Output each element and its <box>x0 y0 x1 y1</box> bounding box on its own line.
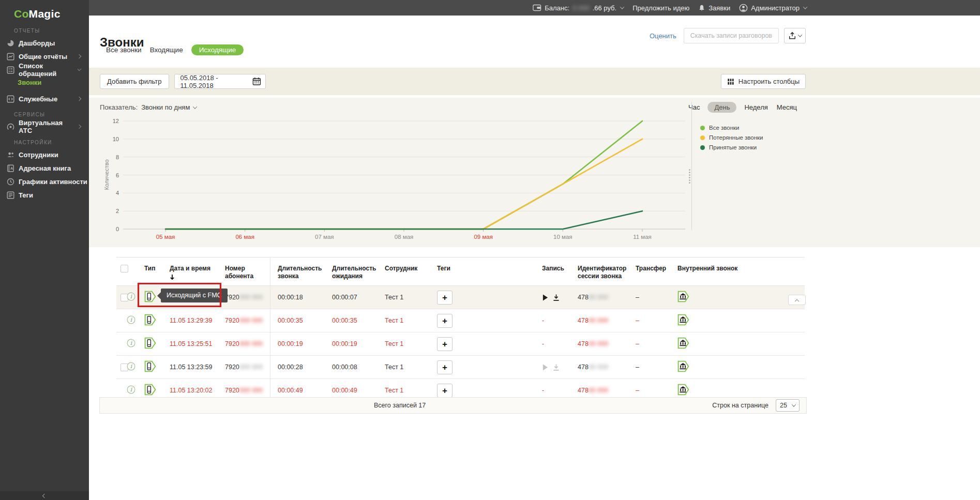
tab-item[interactable]: Все звонки <box>106 46 142 54</box>
table-header-cell[interactable]: Тип <box>141 257 165 285</box>
virtual-pbx-icon <box>7 123 14 131</box>
add-tag-button[interactable]: + <box>437 384 453 398</box>
info-icon[interactable]: i <box>127 315 135 324</box>
logo-co: Co <box>14 8 29 20</box>
record-empty: - <box>542 387 544 394</box>
sidebar-item[interactable]: Графики активности <box>0 175 89 188</box>
avatar-icon <box>739 4 748 12</box>
mobile-call-icon[interactable] <box>144 337 156 349</box>
table-header-cell[interactable]: Запись <box>538 257 574 285</box>
legend-item[interactable]: Потерянные звонки <box>700 134 763 141</box>
sidebar-subitem[interactable]: Звонки <box>0 77 89 89</box>
table-row[interactable]: i11.05 13:23:597920000 00000:00:2800:00:… <box>116 356 805 379</box>
metric-dropdown[interactable]: Показатель: Звонки по дням <box>100 103 197 111</box>
sidebar-item-label: Служебные <box>19 95 57 103</box>
sidebar-item[interactable]: AАдресная книга <box>0 161 89 175</box>
rows-per-page-select[interactable]: 25 <box>776 399 800 412</box>
table-header-cell[interactable]: Длительность ожидания <box>328 257 383 285</box>
table-row[interactable]: i11.05 13:29:397920000 00000:00:3500:00:… <box>116 309 805 332</box>
mobile-call-icon[interactable] <box>144 360 156 372</box>
requests-menu[interactable]: Заявки <box>698 4 730 12</box>
balance-menu[interactable]: Баланс: 0 000 .66 руб. <box>533 4 624 12</box>
number-masked: 000 000 <box>239 363 263 371</box>
mobile-call-icon[interactable] <box>144 384 156 396</box>
cell-tags: + <box>434 314 538 328</box>
sidebar-item[interactable]: Список обращений <box>0 63 89 77</box>
session-prefix: 478 <box>578 340 589 347</box>
info-icon[interactable]: i <box>127 339 135 347</box>
info-icon[interactable]: i <box>127 292 135 301</box>
legend-item[interactable]: Принятые звонки <box>700 144 763 150</box>
table-row[interactable]: i11.05 13:20:027920000 00000:00:4900:00:… <box>116 379 805 397</box>
add-filter-button[interactable]: Добавить фильтр <box>100 74 169 89</box>
period-option[interactable]: Неделя <box>743 102 768 113</box>
table-header-cell[interactable]: Дата и время <box>165 257 222 285</box>
add-tag-button[interactable]: + <box>437 337 453 351</box>
play-icon[interactable] <box>542 294 549 301</box>
cell-datetime: 11.05 13:29:39 <box>165 317 222 324</box>
user-menu[interactable]: Администратор <box>739 4 807 12</box>
rate-link[interactable]: Оценить <box>650 32 676 40</box>
column-label: Длительность ожидания <box>332 265 376 280</box>
chevron-down-icon <box>620 5 624 9</box>
info-icon[interactable]: i <box>127 385 135 394</box>
cell-internal-call <box>665 337 805 351</box>
period-option[interactable]: Час <box>687 102 701 113</box>
tab-active[interactable]: Исходящие <box>191 44 244 55</box>
configure-columns-button[interactable]: Настроить столбцы <box>721 74 806 89</box>
cell-internal-call <box>665 360 805 374</box>
app-window: CoMagic ОТЧЕТЫДашбордыОбщие отчётыСписок… <box>0 0 980 500</box>
resize-handle-icon[interactable] <box>689 169 690 184</box>
legend-item[interactable]: Все звонки <box>700 125 763 131</box>
table-header-cell[interactable]: Внутренний звонок <box>665 257 805 285</box>
add-tag-button[interactable]: + <box>437 360 453 374</box>
logo-magic: Magic <box>29 8 61 20</box>
chevron-left-icon <box>42 493 47 497</box>
cell-employee: Тест 1 <box>383 294 434 301</box>
internal-call-icon[interactable] <box>677 384 689 396</box>
table-header-cell[interactable]: Номер абонента <box>222 257 270 285</box>
column-label: Запись <box>542 265 564 272</box>
add-tag-button[interactable]: + <box>437 291 453 305</box>
table-header-cell[interactable]: Идентификатор сессии звонка <box>574 257 634 285</box>
sidebar-item[interactable]: Общие отчёты <box>0 50 89 63</box>
play-icon <box>542 363 549 371</box>
add-tag-button[interactable]: + <box>437 314 453 328</box>
cell-tags: + <box>434 291 538 305</box>
download-records-button[interactable]: Скачать записи разговоров <box>684 28 779 43</box>
table-header-cell[interactable]: Сотрудник <box>383 257 434 285</box>
sidebar-item[interactable]: Дашборды <box>0 36 89 50</box>
sidebar-nav: ОТЧЕТЫДашбордыОбщие отчётыСписок обращен… <box>0 28 89 202</box>
period-option[interactable]: День <box>707 102 736 113</box>
export-button[interactable] <box>784 28 806 43</box>
sidebar-item[interactable]: Виртуальная АТС <box>0 120 89 133</box>
internal-call-icon[interactable] <box>677 360 689 372</box>
mobile-call-icon[interactable] <box>144 314 156 326</box>
number-masked: 000 000 <box>239 317 263 324</box>
table-row[interactable]: i11.05 13:25:517920000 00000:00:1900:00:… <box>116 332 805 356</box>
svg-text:2: 2 <box>116 208 119 214</box>
collapse-chart-button[interactable] <box>788 295 806 305</box>
sidebar-section-title: СЕРВИСЫ <box>14 112 89 117</box>
table-header-cell[interactable]: Трансфер <box>634 257 665 285</box>
download-icon[interactable] <box>553 294 560 301</box>
table-header-cell[interactable]: Длительность звонка <box>270 257 328 285</box>
chevron-up-icon <box>795 299 799 304</box>
mobile-call-icon[interactable] <box>144 291 156 302</box>
sidebar-collapse-button[interactable] <box>0 491 89 500</box>
table-header-cell[interactable]: Теги <box>434 257 538 285</box>
period-option[interactable]: Месяц <box>776 102 798 113</box>
sidebar-item[interactable]: Сотрудники <box>0 148 89 161</box>
info-icon[interactable]: i <box>127 362 135 371</box>
suggest-idea-link[interactable]: Предложить идею <box>632 4 689 12</box>
date-range-field[interactable]: 05.05.2018 - 11.05.2018 <box>174 74 266 89</box>
sidebar-item[interactable]: Служебные <box>0 92 89 105</box>
cell-call-type <box>141 314 165 327</box>
internal-call-icon[interactable] <box>677 314 689 326</box>
cell-record <box>538 363 574 371</box>
internal-call-icon[interactable] <box>677 337 689 349</box>
sidebar-item[interactable]: Теги <box>0 188 89 202</box>
tab-item[interactable]: Входящие <box>150 46 183 54</box>
internal-call-icon[interactable] <box>677 291 689 302</box>
requests-list-icon <box>7 66 14 74</box>
